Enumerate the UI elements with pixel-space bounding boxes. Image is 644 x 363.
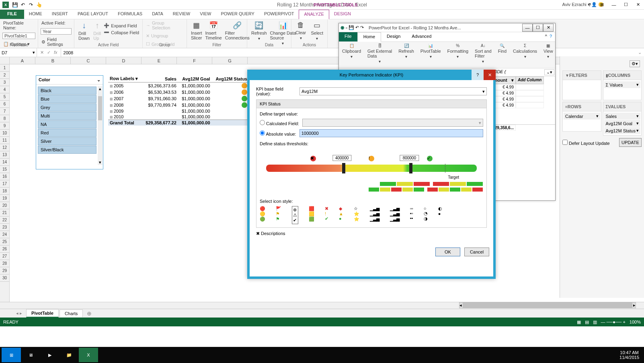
horizontal-scrollbar[interactable]: ◂▸ (0, 302, 644, 309)
icon-style-lights[interactable]: 🟥🟨🟩 (309, 206, 314, 224)
pivot-header-rowlabels[interactable]: Row Labels ▾ (108, 75, 142, 82)
slicer-scroll-thumb[interactable] (98, 96, 102, 120)
tab-home[interactable]: HOME (24, 10, 47, 19)
row-header[interactable]: 27 (0, 253, 9, 260)
row-header[interactable]: 9 (0, 122, 9, 130)
row-header[interactable]: 2 (0, 72, 9, 79)
pp-clipboard-button[interactable]: 📋Clipboard▾ (339, 42, 364, 68)
column-header[interactable]: F (177, 57, 212, 64)
value-field-status[interactable]: Avg12M Status▾ (604, 127, 641, 134)
pp-fx-expand-icon[interactable]: ⌄▾ (544, 69, 554, 75)
column-header[interactable]: B (35, 57, 71, 64)
pp-redo-icon[interactable]: ↷ (360, 25, 364, 30)
row-header[interactable]: 3 (0, 79, 9, 86)
column-header[interactable]: A (10, 57, 35, 64)
threshold-1-value[interactable]: 400000 (332, 155, 351, 161)
tab-page-layout[interactable]: PAGE LAYOUT (73, 10, 113, 19)
pp-get-data-button[interactable]: 🗄Get External Data▾ (364, 42, 395, 68)
icon-style-shapes[interactable]: ◆▲● (339, 206, 343, 224)
row-header[interactable]: 13 (0, 151, 9, 159)
row-header[interactable]: 29 (0, 267, 9, 274)
taskbar-excel-icon[interactable]: X (79, 348, 98, 362)
tab-view[interactable]: VIEW (195, 10, 216, 19)
icon-style-bars1[interactable]: ▁▃▅▁▃▅▁▃▅ (370, 206, 379, 224)
row-header[interactable]: 18 (0, 188, 9, 195)
icon-style-flags[interactable]: 🚩⚑⚑ (276, 206, 281, 224)
view-normal-icon[interactable]: ▦ (577, 320, 581, 325)
value-field-sales[interactable]: Sales▾ (604, 113, 641, 120)
kpi-ok-button[interactable]: OK (435, 248, 460, 256)
row-header[interactable]: 6 (0, 101, 9, 108)
start-button[interactable]: ⊞ (2, 348, 21, 362)
row-header[interactable]: 17 (0, 180, 9, 188)
sheet-tab-pivottable[interactable]: PivotTable (26, 309, 59, 318)
pivot-row-label[interactable]: ⊞2005 (108, 82, 142, 89)
threshold-style-3[interactable] (368, 188, 425, 192)
select-all-corner[interactable] (0, 57, 10, 64)
collapse-field-button[interactable]: ➖ Collapse Field (103, 29, 140, 35)
slicer-item[interactable]: Silver (38, 137, 96, 145)
row-header[interactable]: 8 (0, 115, 9, 122)
row-header[interactable]: 5 (0, 93, 9, 101)
active-field-input[interactable]: Year (41, 28, 72, 35)
redo-icon[interactable]: ↷ (27, 1, 35, 8)
slicer-item[interactable]: Red (38, 129, 96, 137)
pp-find-button[interactable]: 🔍Find (495, 42, 510, 68)
row-header[interactable]: 1 (0, 64, 9, 72)
slicer-clear-icon[interactable]: ⌄ (97, 77, 100, 82)
row-header[interactable]: 19 (0, 195, 9, 202)
row-header[interactable]: 12 (0, 144, 9, 151)
icon-style-symbols-selected[interactable]: ⊗⚠✔ (292, 206, 298, 224)
threshold-2-handle[interactable] (409, 163, 412, 173)
column-header[interactable]: C (71, 57, 106, 64)
pp-calculations-button[interactable]: ΣCalculations▾ (510, 42, 540, 68)
tab-powerpivot[interactable]: POWERPIVOT (259, 10, 299, 19)
tab-insert[interactable]: INSERT (47, 10, 73, 19)
descriptions-toggle[interactable]: ✖ Descriptions (256, 228, 487, 239)
fx-icon[interactable]: fx (54, 50, 57, 55)
column-header[interactable]: D (106, 57, 142, 64)
threshold-2-value[interactable]: 800000 (400, 155, 419, 161)
threshold-slider[interactable]: 400000 800000 (266, 165, 477, 172)
pivot-row-label[interactable]: ⊞2007 (108, 95, 142, 102)
pp-help-icon[interactable]: ? (550, 34, 552, 40)
slicer-item[interactable]: Black (38, 87, 96, 95)
kpi-status-tab[interactable]: KPI Status (256, 99, 487, 108)
maximize-button[interactable]: ☐ (620, 0, 632, 10)
touch-mode-icon[interactable]: 👆 (35, 1, 43, 8)
rows-dropzone[interactable]: Calendar▾ (562, 111, 601, 132)
expand-formula-icon[interactable]: ⌄ (636, 50, 644, 55)
pp-sort-filter-button[interactable]: A↓Sort and Filter▾ (472, 42, 495, 68)
icon-style-quarters[interactable]: ○◔◑ (424, 206, 428, 224)
absolute-value-input[interactable] (299, 129, 483, 137)
view-page-layout-icon[interactable]: ▤ (585, 320, 589, 325)
pivottable-name-input[interactable]: PivotTable1 (2, 33, 35, 39)
tab-review[interactable]: REVIEW (168, 10, 195, 19)
column-field-values[interactable]: Σ Values▾ (604, 81, 641, 88)
zoom-level[interactable]: 100% (630, 320, 641, 324)
slicer-item[interactable]: Silver/Black (38, 146, 96, 154)
ribbon-toggle-icon[interactable]: ⊞ (596, 0, 608, 10)
pp-pivottable-button[interactable]: 📊PivotTable▾ (417, 42, 444, 68)
icon-style-symbols2[interactable]: ✖!✔ (325, 206, 328, 224)
threshold-1-handle[interactable] (342, 163, 345, 173)
pivot-row-label[interactable]: ⊞2009 (108, 108, 142, 114)
minimize-button[interactable]: — (608, 0, 620, 10)
row-header[interactable]: 26 (0, 245, 9, 253)
pp-tab-design[interactable]: Design (381, 32, 406, 41)
row-header[interactable]: 24 (0, 231, 9, 238)
defer-layout-checkbox[interactable]: Defer Layout Update (562, 140, 610, 146)
close-button[interactable]: ✕ (632, 0, 644, 10)
tab-analyze-design[interactable]: DESIGN (329, 10, 356, 19)
row-header[interactable]: 21 (0, 209, 9, 217)
zoom-slider[interactable]: — ──●── + (601, 320, 626, 324)
slicer-item[interactable]: Multi (38, 112, 96, 120)
slicer-item[interactable]: Blue (38, 95, 96, 103)
absolute-value-radio[interactable]: Absolute value: (260, 130, 296, 136)
row-header[interactable]: 30 (0, 274, 9, 282)
values-dropzone[interactable]: Sales▾ Avg12M Goal▾ Avg12M Status▾ (603, 111, 642, 136)
filters-dropzone[interactable] (562, 80, 601, 100)
pivot-row-label[interactable]: ⊞2008 (108, 102, 142, 108)
slicer-item[interactable]: NA (38, 120, 96, 128)
pp-view-button[interactable]: ▦View▾ (540, 42, 556, 68)
